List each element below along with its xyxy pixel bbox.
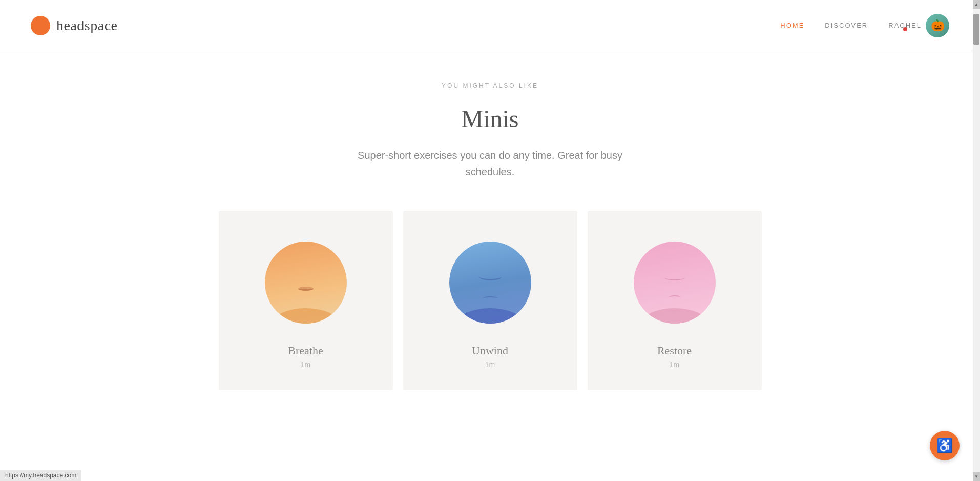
card-restore-name: Restore — [657, 344, 692, 357]
logo-text: headspace — [56, 17, 118, 34]
main-nav: HOME DISCOVER RACHEL 🎃 — [780, 14, 949, 37]
section-title: Minis — [461, 105, 518, 133]
scrollbar-thumb[interactable] — [973, 14, 979, 45]
card-breathe-name: Breathe — [288, 344, 323, 357]
card-unwind-duration: 1m — [485, 360, 495, 369]
nav-user-wrapper: RACHEL 🎃 — [888, 14, 949, 37]
main-content: YOU MIGHT ALSO LIKE Minis Super-short ex… — [0, 51, 980, 411]
nav-home[interactable]: HOME — [780, 22, 804, 29]
card-restore-illustration — [634, 242, 716, 324]
nav-user[interactable]: RACHEL — [888, 22, 922, 29]
card-unwind-illustration — [449, 242, 531, 324]
card-breathe-illustration — [265, 242, 347, 324]
avatar[interactable]: 🎃 — [926, 14, 949, 37]
section-description: Super-short exercises you can do any tim… — [337, 147, 644, 180]
section-eyebrow: YOU MIGHT ALSO LIKE — [442, 82, 538, 89]
logo[interactable]: headspace — [31, 16, 118, 35]
scrollbar[interactable]: ▲ ▼ — [973, 0, 980, 411]
card-unwind-name: Unwind — [472, 344, 508, 357]
header: headspace HOME DISCOVER RACHEL 🎃 — [0, 0, 980, 51]
scrollbar-track[interactable] — [973, 9, 980, 411]
card-breathe-duration: 1m — [301, 360, 310, 369]
card-unwind[interactable]: Unwind 1m — [403, 211, 577, 390]
nav-discover[interactable]: DISCOVER — [825, 22, 868, 29]
notification-dot — [903, 27, 907, 31]
card-breathe[interactable]: Breathe 1m — [219, 211, 393, 390]
card-restore[interactable]: Restore 1m — [588, 211, 762, 390]
scrollbar-up-arrow[interactable]: ▲ — [973, 0, 980, 9]
card-restore-duration: 1m — [670, 360, 679, 369]
cards-container: Breathe 1m Unwind 1m Restore 1m — [183, 211, 798, 390]
logo-icon — [31, 16, 50, 35]
